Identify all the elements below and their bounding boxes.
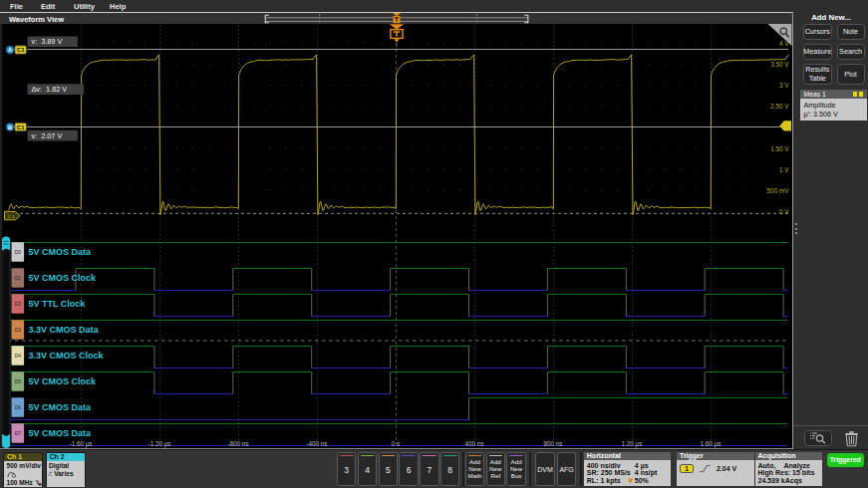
svg-text:1.60 µs: 1.60 µs bbox=[701, 440, 722, 448]
svg-text:D2: D2 bbox=[15, 302, 21, 307]
svg-text:500 mV: 500 mV bbox=[767, 187, 790, 194]
svg-text:5V CMOS Clock: 5V CMOS Clock bbox=[29, 376, 98, 386]
svg-text:-800 ns: -800 ns bbox=[227, 440, 248, 447]
svg-text:1.20 µs: 1.20 µs bbox=[622, 440, 643, 448]
svg-text:3.50 V: 3.50 V bbox=[770, 61, 789, 68]
svg-text:1.50 V: 1.50 V bbox=[770, 145, 789, 152]
svg-text:5V CMOS Data: 5V CMOS Data bbox=[29, 247, 93, 257]
svg-text:-400 ns: -400 ns bbox=[306, 440, 327, 447]
svg-text:1 V: 1 V bbox=[779, 166, 789, 173]
svg-text:D7: D7 bbox=[15, 431, 21, 436]
svg-text:v: 2.07 V: v: 2.07 V bbox=[32, 131, 63, 140]
svg-text:C 1: C 1 bbox=[8, 214, 15, 219]
svg-text:3.3V CMOS Data: 3.3V CMOS Data bbox=[29, 325, 100, 335]
svg-text:D3: D3 bbox=[15, 328, 21, 333]
svg-text:3.3V CMOS Clock: 3.3V CMOS Clock bbox=[29, 351, 105, 361]
svg-text:400 ns: 400 ns bbox=[465, 440, 484, 447]
svg-text:Δv: 1.82 V: Δv: 1.82 V bbox=[32, 85, 68, 94]
svg-text:v: 3.89 V: v: 3.89 V bbox=[32, 37, 63, 46]
svg-text:5V CMOS Data: 5V CMOS Data bbox=[29, 402, 93, 412]
svg-text:C1: C1 bbox=[17, 46, 25, 53]
svg-text:C1: C1 bbox=[17, 123, 25, 130]
svg-text:0 V: 0 V bbox=[779, 208, 789, 215]
svg-text:D6: D6 bbox=[15, 405, 21, 410]
svg-text:A: A bbox=[8, 47, 12, 53]
svg-text:D4: D4 bbox=[15, 354, 21, 359]
svg-text:0 s: 0 s bbox=[392, 440, 400, 447]
svg-text:-1.60 µs: -1.60 µs bbox=[70, 440, 93, 448]
svg-text:3 V: 3 V bbox=[779, 82, 789, 89]
svg-text:D1: D1 bbox=[15, 276, 21, 281]
svg-text:2.50 V: 2.50 V bbox=[770, 103, 789, 110]
svg-text:5V TTL Clock: 5V TTL Clock bbox=[29, 299, 87, 309]
svg-text:5V CMOS Clock: 5V CMOS Clock bbox=[29, 273, 98, 283]
svg-text:D5: D5 bbox=[15, 379, 21, 384]
svg-text:-1.20 µs: -1.20 µs bbox=[148, 440, 171, 448]
svg-text:800 ns: 800 ns bbox=[544, 440, 563, 447]
svg-text:5V CMOS Data: 5V CMOS Data bbox=[29, 428, 93, 438]
svg-text:B: B bbox=[8, 124, 12, 130]
svg-text:D0: D0 bbox=[15, 250, 21, 255]
